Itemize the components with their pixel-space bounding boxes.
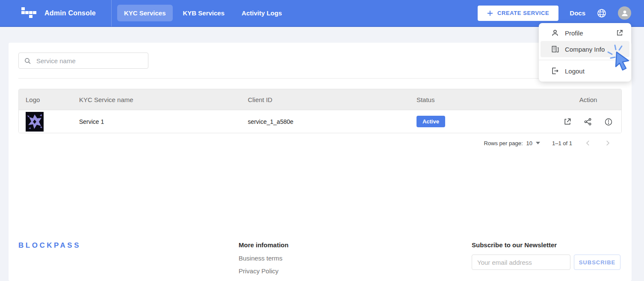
- person-icon: [620, 9, 629, 18]
- language-globe-icon[interactable]: [597, 8, 607, 18]
- person-outline-icon: [551, 29, 559, 37]
- table-pagination: Rows per page: 10 1–1 of 1: [18, 133, 622, 152]
- header-logo: Logo: [19, 96, 79, 103]
- tab-kyc-services[interactable]: KYC Services: [117, 5, 173, 21]
- subscribe-button[interactable]: SUBSCRIBE: [574, 255, 620, 270]
- status-badge[interactable]: Active: [417, 116, 445, 127]
- more-information-title: More infomation: [239, 241, 289, 249]
- more-info-icon[interactable]: [604, 117, 613, 126]
- business-terms-link[interactable]: Business terms: [239, 255, 289, 262]
- page-range-label: 1–1 of 1: [552, 140, 572, 146]
- header-client-id: Client ID: [248, 96, 417, 103]
- search-icon: [24, 57, 31, 65]
- menu-item-company-info[interactable]: Company Info: [541, 41, 629, 57]
- navbar-right: CREATE SERVICE Docs: [478, 6, 631, 21]
- open-service-icon[interactable]: [563, 117, 572, 126]
- docs-link[interactable]: Docs: [570, 9, 585, 17]
- menu-item-label: Company Info: [565, 46, 605, 53]
- next-page-button[interactable]: [604, 139, 612, 147]
- building-icon: [551, 45, 559, 53]
- table-row: Service 1 service_1_a580e Active: [19, 110, 621, 133]
- cell-client-id: service_1_a580e: [248, 118, 417, 125]
- search-input[interactable]: [36, 57, 143, 64]
- external-link-icon: [616, 29, 623, 37]
- privacy-policy-link[interactable]: Privacy Policy: [239, 267, 289, 275]
- main-content-card: Logo KYC Service name Client ID Status A…: [9, 43, 632, 281]
- cell-service-name: Service 1: [79, 118, 248, 125]
- menu-item-label: Logout: [565, 67, 585, 75]
- menu-item-profile[interactable]: Profile: [541, 25, 629, 41]
- menu-item-label: Profile: [565, 29, 583, 37]
- rows-per-page-select[interactable]: Rows per page: 10: [484, 140, 540, 146]
- header-action: Action: [555, 96, 621, 103]
- table-header-row: Logo KYC Service name Client ID Status A…: [19, 89, 621, 110]
- main-nav-tabs: KYC Services KYB Services Activity Logs: [117, 5, 289, 21]
- menu-item-logout[interactable]: Logout: [541, 63, 629, 79]
- section-divider: [18, 78, 622, 79]
- user-dropdown-menu: Profile Company Info Logout: [539, 23, 631, 82]
- rows-per-page-value: 10: [526, 140, 532, 146]
- create-service-button[interactable]: CREATE SERVICE: [478, 6, 558, 21]
- service-logo-image: [26, 112, 44, 132]
- user-avatar-button[interactable]: [618, 6, 631, 20]
- logout-icon: [551, 67, 559, 75]
- blockpass-logo-icon: [21, 7, 37, 19]
- menu-divider: [539, 60, 631, 60]
- app-title: Admin Console: [44, 9, 96, 17]
- header-service-name: KYC Service name: [79, 96, 248, 103]
- rows-per-page-label: Rows per page:: [484, 140, 523, 146]
- prev-page-button[interactable]: [584, 139, 592, 147]
- newsletter-email-input[interactable]: [472, 255, 570, 270]
- tab-activity-logs[interactable]: Activity Logs: [235, 5, 289, 21]
- newsletter-title: Subscribe to our Newsletter: [472, 241, 620, 249]
- create-service-label: CREATE SERVICE: [497, 10, 549, 16]
- tab-kyb-services[interactable]: KYB Services: [176, 5, 232, 21]
- dropdown-arrow-icon: [536, 142, 540, 144]
- service-search-box: [18, 53, 148, 69]
- services-table: Logo KYC Service name Client ID Status A…: [18, 89, 622, 133]
- header-status: Status: [417, 96, 555, 103]
- navbar-divider: [111, 0, 112, 26]
- plus-icon: [487, 10, 493, 16]
- share-icon[interactable]: [584, 117, 592, 126]
- blockpass-wordmark[interactable]: BLOCKPASS: [18, 241, 81, 250]
